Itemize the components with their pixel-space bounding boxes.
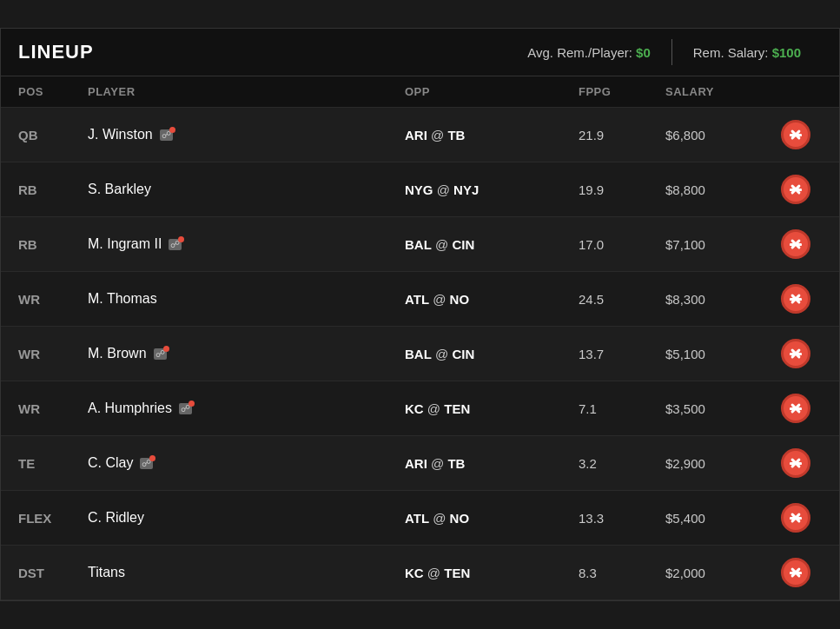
table-header: POS PLAYER OPP FPPG SALARY: [1, 76, 839, 108]
player-name: A. Humphries☍: [88, 401, 405, 416]
table-row: RBM. Ingram II☍BAL @ CIN17.0$7,100: [1, 217, 839, 272]
avg-rem-value: $0: [636, 45, 651, 60]
player-fppg: 19.9: [579, 182, 665, 197]
player-fppg: 13.3: [579, 511, 665, 526]
news-icon: ☍: [160, 129, 173, 141]
table-row: DSTTitansKC @ TEN8.3$2,000: [1, 546, 839, 600]
player-name: M. Brown☍: [88, 346, 405, 361]
player-salary: $5,100: [665, 347, 770, 361]
player-name: J. Winston☍: [88, 127, 405, 142]
player-table: QBJ. Winston☍ARI @ TB21.9$6,800RBS. Bark…: [1, 108, 839, 600]
remove-button[interactable]: [770, 448, 822, 478]
news-icon: ☍: [169, 239, 182, 250]
player-opp: BAL @ CIN: [405, 237, 579, 252]
lineup-title: LINEUP: [18, 41, 94, 63]
player-salary: $7,100: [665, 237, 770, 252]
remove-button[interactable]: [770, 229, 822, 259]
player-salary: $2,000: [665, 566, 770, 580]
player-opp: ARI @ TB: [405, 128, 579, 142]
player-salary: $6,800: [665, 128, 770, 142]
remove-button[interactable]: [770, 339, 822, 368]
lineup-container: LINEUP Avg. Rem./Player: $0 Rem. Salary:…: [0, 28, 840, 601]
player-opp: ATL @ NO: [405, 511, 579, 526]
avg-rem-stat: Avg. Rem./Player: $0: [506, 45, 671, 60]
player-name: S. Barkley: [88, 182, 405, 197]
player-pos: FLEX: [18, 511, 88, 526]
remove-button[interactable]: [770, 284, 822, 314]
player-name: M. Ingram II☍: [88, 236, 405, 252]
player-pos: WR: [18, 401, 88, 416]
table-row: TEC. Clay☍ARI @ TB3.2$2,900: [1, 436, 839, 491]
table-row: WRA. Humphries☍KC @ TEN7.1$3,500: [1, 381, 839, 436]
player-salary: $8,800: [665, 182, 770, 197]
player-pos: RB: [18, 237, 88, 252]
player-pos: WR: [18, 347, 88, 361]
col-remove: [770, 85, 822, 98]
player-opp: KC @ TEN: [405, 401, 579, 416]
player-opp: ATL @ NO: [405, 292, 579, 307]
lineup-header: LINEUP Avg. Rem./Player: $0 Rem. Salary:…: [1, 29, 839, 76]
player-fppg: 7.1: [579, 401, 665, 416]
player-salary: $3,500: [665, 401, 770, 416]
news-icon: ☍: [154, 348, 167, 360]
col-player: PLAYER: [88, 85, 405, 98]
player-pos: WR: [18, 292, 88, 307]
player-salary: $2,900: [665, 456, 770, 471]
player-pos: QB: [18, 128, 88, 142]
player-opp: BAL @ CIN: [405, 347, 579, 361]
col-salary: SALARY: [665, 85, 770, 98]
player-pos: DST: [18, 566, 88, 580]
player-opp: ARI @ TB: [405, 456, 579, 471]
remove-button[interactable]: [770, 503, 822, 533]
player-opp: NYG @ NYJ: [405, 182, 579, 197]
player-salary: $8,300: [665, 292, 770, 307]
player-name: C. Clay☍: [88, 455, 405, 471]
rem-salary-value: $100: [772, 45, 801, 60]
rem-salary-stat: Rem. Salary: $100: [672, 45, 822, 60]
remove-button[interactable]: [770, 175, 822, 204]
remove-button[interactable]: [770, 394, 822, 423]
table-row: QBJ. Winston☍ARI @ TB21.9$6,800: [1, 108, 839, 162]
player-fppg: 24.5: [579, 292, 665, 307]
player-opp: KC @ TEN: [405, 566, 579, 580]
player-name: C. Ridley: [88, 510, 405, 526]
news-icon: ☍: [140, 458, 153, 469]
table-row: WRM. Brown☍BAL @ CIN13.7$5,100: [1, 327, 839, 381]
player-pos: RB: [18, 182, 88, 197]
avg-rem-label: Avg. Rem./Player:: [527, 45, 632, 60]
table-row: RBS. BarkleyNYG @ NYJ19.9$8,800: [1, 162, 839, 217]
player-pos: TE: [18, 456, 88, 471]
rem-salary-label: Rem. Salary:: [693, 45, 769, 60]
news-icon: ☍: [179, 403, 192, 414]
table-row: FLEXC. RidleyATL @ NO13.3$5,400: [1, 491, 839, 546]
player-fppg: 13.7: [579, 347, 665, 361]
col-fppg: FPPG: [579, 85, 665, 98]
player-fppg: 17.0: [579, 237, 665, 252]
player-fppg: 3.2: [579, 456, 665, 471]
player-name: M. Thomas: [88, 291, 405, 307]
player-salary: $5,400: [665, 511, 770, 526]
col-pos: POS: [18, 85, 88, 98]
table-row: WRM. ThomasATL @ NO24.5$8,300: [1, 272, 839, 327]
player-name: Titans: [88, 565, 405, 580]
remove-button[interactable]: [770, 120, 822, 149]
player-fppg: 21.9: [579, 128, 665, 142]
remove-button[interactable]: [770, 558, 822, 587]
col-opp: OPP: [405, 85, 579, 98]
header-stats: Avg. Rem./Player: $0 Rem. Salary: $100: [506, 39, 822, 65]
player-fppg: 8.3: [579, 566, 665, 580]
